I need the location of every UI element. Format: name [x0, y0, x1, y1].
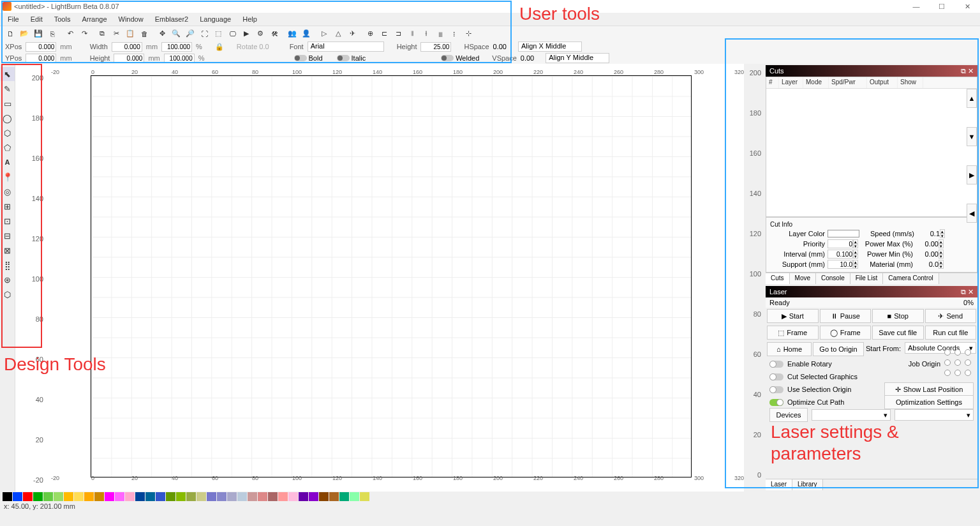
- color-swatch[interactable]: [54, 492, 63, 501]
- mirror-h-icon[interactable]: ▷: [318, 27, 330, 40]
- job-origin-grid[interactable]: [944, 349, 974, 379]
- minimize-button[interactable]: —: [903, 0, 929, 13]
- arrange-tool-icon[interactable]: ⊛: [1, 273, 15, 287]
- cut-icon[interactable]: ✂: [110, 27, 122, 40]
- color-swatch[interactable]: [105, 492, 114, 501]
- color-swatch[interactable]: [197, 492, 206, 501]
- color-swatch[interactable]: [115, 492, 124, 501]
- material-stepper[interactable]: ▴▾: [939, 260, 944, 269]
- color-swatch[interactable]: [125, 492, 135, 501]
- cuts-col-layer[interactable]: Layer: [779, 77, 803, 88]
- color-swatch[interactable]: [207, 492, 216, 501]
- ypos-input[interactable]: [26, 54, 56, 63]
- tab-console[interactable]: Console: [816, 273, 850, 284]
- weld-tool-icon[interactable]: ⊞: [1, 199, 15, 213]
- align-center-icon[interactable]: ⊕: [364, 27, 376, 40]
- cuts-col-output[interactable]: Output: [867, 77, 898, 88]
- edit-nodes-icon[interactable]: ⬠: [1, 140, 15, 154]
- color-swatch[interactable]: [74, 492, 84, 501]
- color-swatch[interactable]: [258, 492, 267, 501]
- color-swatch[interactable]: [186, 492, 196, 501]
- color-swatch[interactable]: [299, 492, 308, 501]
- color-swatch[interactable]: [43, 492, 53, 501]
- polygon-tool-icon[interactable]: ⬡: [1, 126, 15, 140]
- color-swatch[interactable]: [166, 492, 175, 501]
- home-button[interactable]: ⌂Home: [767, 342, 812, 356]
- stop-button[interactable]: ■Stop: [872, 309, 924, 323]
- enable-rotary-toggle[interactable]: [769, 361, 783, 368]
- color-swatch[interactable]: [145, 492, 155, 501]
- devices-button[interactable]: Devices: [769, 408, 808, 422]
- color-swatch[interactable]: [237, 492, 247, 501]
- menu-arrange[interactable]: Arrange: [77, 14, 112, 24]
- welded-toggle[interactable]: [441, 55, 454, 61]
- menu-help[interactable]: Help: [237, 14, 262, 24]
- color-swatch[interactable]: [339, 492, 349, 501]
- tab-move[interactable]: Move: [790, 273, 816, 284]
- width-input[interactable]: [112, 42, 142, 52]
- align-right-icon[interactable]: ⊐: [392, 27, 405, 40]
- group-icon[interactable]: 👥: [286, 27, 299, 40]
- color-swatch[interactable]: [33, 492, 43, 501]
- pmin-stepper[interactable]: ▴▾: [939, 250, 944, 259]
- tab-camera-control[interactable]: Camera Control: [883, 273, 939, 284]
- undock-icon[interactable]: ⧉: [961, 288, 966, 296]
- font-select[interactable]: Arial: [308, 41, 384, 52]
- new-icon[interactable]: 🗋: [4, 27, 17, 40]
- draw-line-icon[interactable]: ✎: [1, 82, 15, 96]
- color-swatch[interactable]: [156, 492, 165, 501]
- menu-tools[interactable]: Tools: [49, 14, 76, 24]
- tab-file-list[interactable]: File List: [850, 273, 883, 284]
- redo-icon[interactable]: ↷: [78, 27, 91, 40]
- xpos-input[interactable]: [26, 42, 56, 52]
- align-hcenter-icon[interactable]: ⫲: [420, 27, 433, 40]
- device-select[interactable]: ▾: [812, 409, 891, 421]
- go-origin-button[interactable]: Go to Origin: [813, 342, 864, 356]
- zoomout-icon[interactable]: 🔎: [184, 27, 197, 40]
- offset-tool-icon[interactable]: ◎: [1, 184, 15, 199]
- tab-cuts[interactable]: Cuts: [766, 273, 790, 284]
- interval-input[interactable]: [828, 250, 853, 259]
- color-swatch[interactable]: [360, 492, 369, 501]
- save-cut-button[interactable]: Save cut file: [872, 326, 924, 340]
- bold-toggle[interactable]: [294, 55, 307, 61]
- color-swatch[interactable]: [217, 492, 226, 501]
- cuts-col-mode[interactable]: Mode: [803, 77, 829, 88]
- frame-sel-icon[interactable]: ⬚: [212, 27, 225, 40]
- support-input[interactable]: [828, 260, 853, 269]
- marker-tool-icon[interactable]: 📍: [1, 170, 15, 184]
- align-vcenter-icon[interactable]: ⫴: [406, 27, 419, 40]
- priority-input[interactable]: [828, 239, 853, 248]
- priority-stepper[interactable]: ▴▾: [853, 239, 858, 248]
- show-last-button[interactable]: ✛Show Last Position: [884, 382, 974, 396]
- paste-icon[interactable]: 📋: [124, 27, 137, 40]
- height-pct-input[interactable]: [164, 54, 195, 63]
- color-swatch[interactable]: [64, 492, 73, 501]
- close-button[interactable]: ✕: [954, 0, 980, 13]
- dist-h-icon[interactable]: ⫼: [434, 27, 447, 40]
- settings-icon[interactable]: ⚙: [254, 27, 267, 40]
- align-left-icon[interactable]: ⊏: [378, 27, 390, 40]
- array-tool-icon[interactable]: ⣿: [1, 258, 15, 272]
- menu-edit[interactable]: Edit: [26, 14, 48, 24]
- work-grid[interactable]: [91, 75, 692, 477]
- panel-close-icon[interactable]: ✕: [968, 288, 974, 296]
- frame-circle-button[interactable]: ◯Frame: [820, 326, 872, 340]
- color-swatch[interactable]: [350, 492, 359, 501]
- start-button[interactable]: ▶Start: [767, 309, 819, 323]
- color-swatch[interactable]: [329, 492, 339, 501]
- optimize-toggle[interactable]: [769, 399, 783, 406]
- textheight-input[interactable]: [420, 42, 451, 52]
- boolean2-tool-icon[interactable]: ⊟: [1, 229, 15, 243]
- pan-icon[interactable]: ✥: [156, 27, 168, 40]
- color-swatch[interactable]: [176, 492, 186, 501]
- preview-icon[interactable]: ▶: [240, 27, 253, 40]
- undock-icon[interactable]: ⧉: [961, 67, 966, 75]
- color-swatch[interactable]: [268, 492, 278, 501]
- frame-button[interactable]: ⬚Frame: [767, 326, 819, 340]
- menu-file[interactable]: File: [3, 14, 24, 24]
- send-button[interactable]: ✈Send: [925, 309, 977, 323]
- cuts-col-show[interactable]: Show: [898, 77, 923, 88]
- italic-toggle[interactable]: [337, 55, 350, 61]
- color-swatch[interactable]: [319, 492, 329, 501]
